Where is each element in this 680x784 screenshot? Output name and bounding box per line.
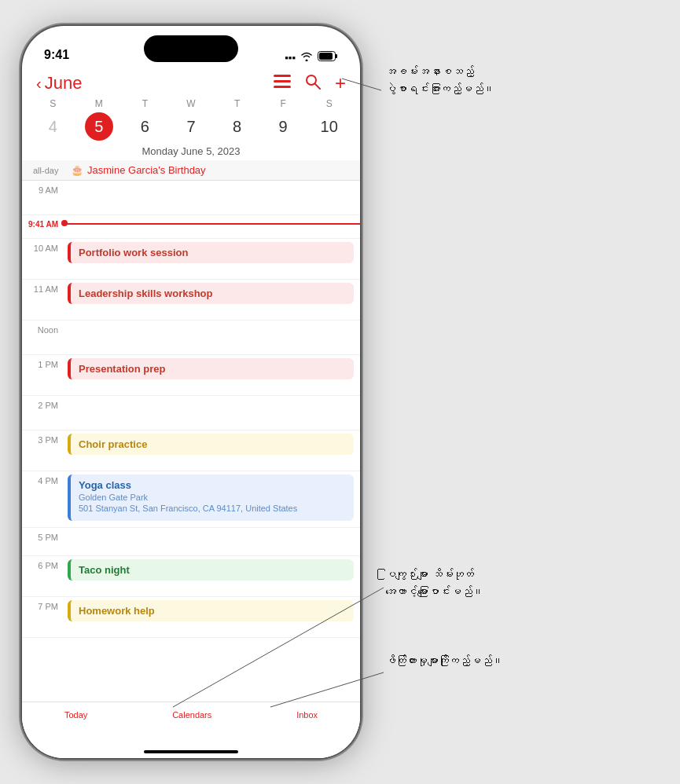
svg-rect-5 <box>274 86 291 88</box>
list-icon[interactable] <box>274 75 291 93</box>
time-slot-11am: 11 AM Leadership skills workshop <box>22 280 360 321</box>
slot-content-6pm[interactable]: Taco night <box>64 556 360 596</box>
birthday-event[interactable]: 🎂 Jasmine Garcia's Birthday <box>71 164 206 176</box>
time-label-4pm: 4 PM <box>22 471 64 527</box>
scene: 9:41 ▪▪▪ <box>0 0 680 784</box>
time-slot-6pm: 6 PM Taco night <box>22 556 360 597</box>
all-day-row: all-day 🎂 Jasmine Garcia's Birthday <box>22 160 360 181</box>
time-slot-5pm: 5 PM <box>22 528 360 556</box>
annotation-bottom-top: ပြကျွဉ်းများ သိမ်းဟုတ် အကောင့်များပြောင်… <box>385 566 483 601</box>
time-label-5pm: 5 PM <box>22 528 64 555</box>
day-7[interactable]: 7 <box>168 112 215 141</box>
slot-content-10am[interactable]: Portfolio work session <box>64 239 360 279</box>
day-header-tue: T <box>122 98 168 109</box>
phone-content: ‹ June <box>22 68 360 758</box>
calendar-header: ‹ June <box>22 68 360 97</box>
selected-date-label: Monday June 5, 2023 <box>30 142 352 160</box>
week-strip: S M T W T F S 4 5 6 7 8 9 10 Monday <box>22 97 360 160</box>
slot-content-2pm <box>64 396 360 430</box>
day-4[interactable]: 4 <box>30 112 76 141</box>
day-10[interactable]: 10 <box>306 112 352 141</box>
time-slot-noon: Noon <box>22 321 360 355</box>
current-time-dot <box>61 220 68 226</box>
signal-icon: ▪▪▪ <box>285 52 296 64</box>
day-header-wed: W <box>168 98 215 109</box>
time-slot-3pm: 3 PM Choir practice <box>22 430 360 471</box>
status-time: 9:41 <box>44 48 69 64</box>
slot-content-5pm <box>64 528 360 555</box>
event-yoga[interactable]: Yoga class Golden Gate Park 501 Stanyan … <box>68 474 354 521</box>
time-label-3pm: 3 PM <box>22 430 64 471</box>
day-8[interactable]: 8 <box>214 112 260 141</box>
current-time-line <box>64 223 360 225</box>
slot-content-11am[interactable]: Leadership skills workshop <box>64 280 360 320</box>
birthday-icon: 🎂 <box>71 164 83 176</box>
svg-rect-1 <box>336 54 338 58</box>
time-label-10am: 10 AM <box>22 239 64 279</box>
time-slot-4pm: 4 PM Yoga class Golden Gate Park 501 Sta… <box>22 471 360 528</box>
event-yoga-location2: 501 Stanyan St, San Francisco, CA 94117,… <box>79 504 346 513</box>
slot-content-noon <box>64 321 360 354</box>
slot-content-9am <box>64 181 360 214</box>
status-icons: ▪▪▪ <box>285 51 338 64</box>
time-label-6pm: 6 PM <box>22 556 64 596</box>
day-9[interactable]: 9 <box>260 112 307 141</box>
time-label-1pm: 1 PM <box>22 355 64 395</box>
day-numbers: 4 5 6 7 8 9 10 <box>30 111 352 142</box>
svg-point-6 <box>307 75 316 85</box>
time-label-7pm: 7 PM <box>22 597 64 637</box>
event-choir[interactable]: Choir practice <box>68 434 354 455</box>
slot-content-941am <box>64 215 360 238</box>
slot-content-7pm[interactable]: Homework help <box>64 597 360 637</box>
time-slot-9am: 9 AM <box>22 181 360 215</box>
all-day-label: all-day <box>33 166 64 175</box>
back-arrow[interactable]: ‹ <box>36 75 42 93</box>
svg-rect-2 <box>319 53 333 60</box>
dynamic-island <box>144 35 238 62</box>
time-slot-2pm: 2 PM <box>22 396 360 430</box>
day-header-thu: T <box>214 98 260 109</box>
month-nav: ‹ June <box>36 73 82 93</box>
day-header-sun: S <box>30 98 76 109</box>
tab-calendars-label: Calendars <box>172 710 211 720</box>
add-icon[interactable]: + <box>335 74 346 93</box>
tab-inbox[interactable]: Inbox <box>296 710 318 720</box>
tab-inbox-label: Inbox <box>296 710 318 720</box>
day-header-fri: F <box>260 98 307 109</box>
tab-bar: Today Calendars Inbox <box>22 702 360 758</box>
day-5-today[interactable]: 5 <box>85 112 113 141</box>
slot-content-8pm <box>64 638 360 640</box>
tab-today-label: Today <box>64 710 87 720</box>
svg-line-7 <box>315 84 320 89</box>
timeline[interactable]: all-day 🎂 Jasmine Garcia's Birthday 9 AM… <box>22 160 360 640</box>
annotation-top-right: အခမ်းအနားစသည့် ပွဲစာရင်းအားကြည့်မည်။ <box>385 63 494 98</box>
event-yoga-title: Yoga class <box>79 479 346 491</box>
slot-content-4pm[interactable]: Yoga class Golden Gate Park 501 Stanyan … <box>64 471 360 527</box>
time-label-noon: Noon <box>22 321 64 354</box>
event-yoga-location1: Golden Gate Park <box>79 493 346 502</box>
month-title[interactable]: June <box>45 73 83 93</box>
event-leadership[interactable]: Leadership skills workshop <box>68 283 354 304</box>
event-homework[interactable]: Homework help <box>68 600 354 621</box>
tab-calendars[interactable]: Calendars <box>172 710 211 720</box>
search-icon[interactable] <box>305 74 321 93</box>
time-label-2pm: 2 PM <box>22 396 64 430</box>
time-slot-7pm: 7 PM Homework help <box>22 597 360 638</box>
slot-content-1pm[interactable]: Presentation prep <box>64 355 360 395</box>
day-headers: S M T W T F S <box>30 97 352 111</box>
slot-content-3pm[interactable]: Choir practice <box>64 430 360 471</box>
time-slot-8pm: 8 PM <box>22 638 360 640</box>
day-6[interactable]: 6 <box>122 112 168 141</box>
time-slot-10am: 10 AM Portfolio work session <box>22 239 360 280</box>
tab-today[interactable]: Today <box>64 710 87 720</box>
day-header-sat: S <box>306 98 352 109</box>
event-taco-night[interactable]: Taco night <box>68 559 354 581</box>
time-label-9am: 9 AM <box>22 181 64 214</box>
event-portfolio[interactable]: Portfolio work session <box>68 242 354 263</box>
event-presentation[interactable]: Presentation prep <box>68 358 354 379</box>
header-icons: + <box>274 74 346 93</box>
time-slot-1pm: 1 PM Presentation prep <box>22 355 360 396</box>
battery-icon <box>318 51 338 64</box>
svg-rect-4 <box>274 80 291 82</box>
birthday-event-title: Jasmine Garcia's Birthday <box>87 164 206 176</box>
